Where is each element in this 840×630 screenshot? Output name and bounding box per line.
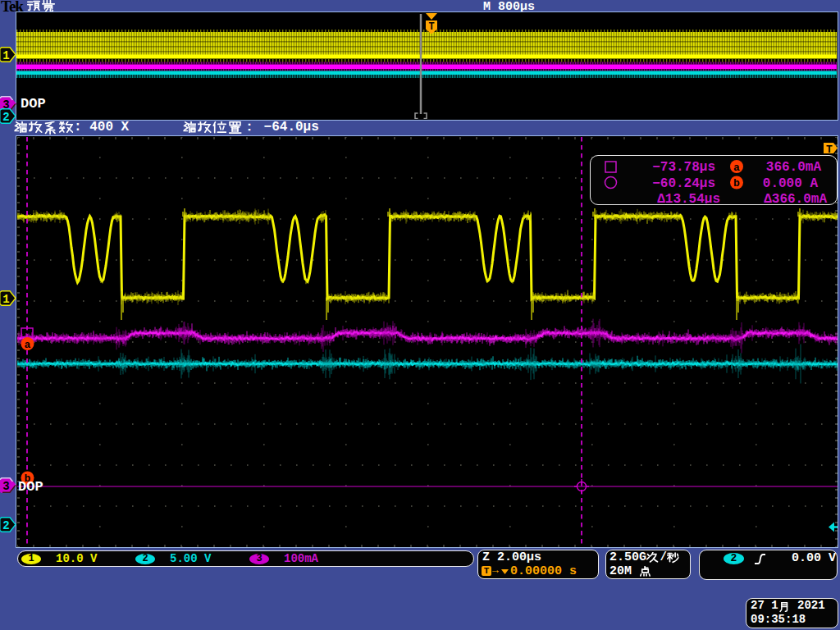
svg-text:a: a [24, 338, 30, 350]
svg-text:a: a [733, 162, 740, 174]
svg-text:DOP: DOP [21, 96, 46, 112]
svg-text:2: 2 [2, 111, 9, 124]
svg-text:2: 2 [2, 519, 9, 532]
svg-text:Δ13.54µs: Δ13.54µs [657, 192, 720, 203]
svg-text:T: T [428, 21, 434, 33]
svg-text:Δ366.0mA: Δ366.0mA [764, 192, 827, 203]
svg-text:T: T [826, 143, 833, 155]
svg-text:−73.78µs: −73.78µs [652, 160, 715, 175]
svg-text:3: 3 [2, 480, 9, 493]
svg-text:0.000 A: 0.000 A [763, 176, 819, 191]
svg-text:1: 1 [2, 49, 9, 62]
svg-text:366.0mA: 366.0mA [766, 160, 822, 175]
svg-text:b: b [733, 177, 740, 189]
svg-text:1: 1 [2, 293, 9, 306]
svg-text:−60.24µs: −60.24µs [652, 176, 715, 191]
